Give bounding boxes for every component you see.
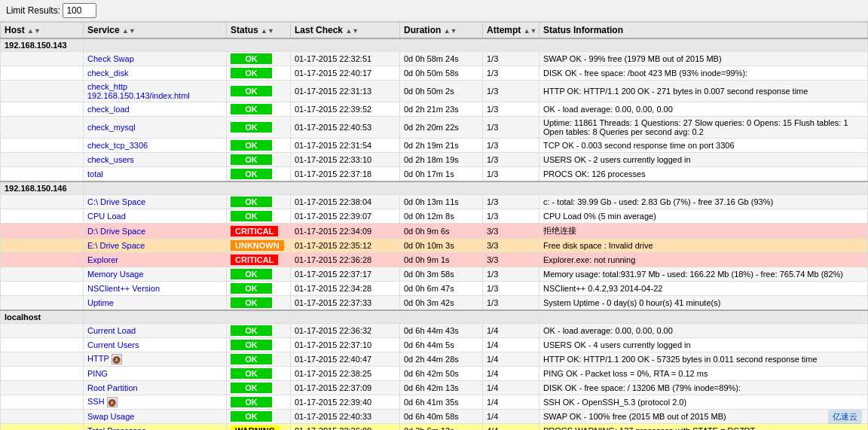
table-row: check_mysql OK 01-17-2015 22:40:53 0d 2h…: [1, 117, 868, 139]
attempt-cell: 1/3: [483, 267, 539, 282]
service-link[interactable]: Current Users: [87, 340, 139, 349]
lastcheck-cell: 01-17-2015 22:33:10: [291, 153, 400, 167]
service-link[interactable]: check_http192.168.150.143/index.html: [87, 82, 190, 100]
service-cell: Total Processes: [84, 424, 227, 430]
duration-cell: 0d 2h 20m 22s: [400, 117, 483, 139]
service-link[interactable]: SSH: [87, 397, 105, 406]
service-cell: Current Load: [84, 324, 227, 338]
col-header-duration[interactable]: Duration ▲▼: [400, 23, 483, 39]
host-cell: [1, 367, 84, 381]
status-badge: OK: [231, 211, 272, 221]
status-badge: OK: [231, 122, 272, 133]
sort-lastcheck-icon[interactable]: ▲▼: [345, 27, 359, 35]
table-row: check_load OK 01-17-2015 22:39:52 0d 2h …: [1, 102, 868, 117]
host-cell: [1, 410, 84, 424]
service-cell: Uptime: [84, 296, 227, 311]
duration-cell: 0d 0h 13m 11s: [400, 195, 483, 209]
service-link[interactable]: Current Load: [87, 326, 136, 335]
status-badge: CRITICAL: [231, 226, 278, 236]
service-link[interactable]: Memory Usage: [87, 270, 144, 279]
sort-service-icon[interactable]: ▲▼: [122, 27, 136, 35]
table-row: 192.168.150.146: [1, 181, 868, 195]
attempt-cell: 1/3: [483, 52, 539, 66]
service-link[interactable]: Check Swap: [87, 54, 134, 63]
service-cell: PING: [84, 367, 227, 381]
duration-cell: 0d 0h 50m 2s: [400, 81, 483, 102]
table-row: HTTP🔕 OK 01-17-2015 22:40:47 0d 2h 44m 2…: [1, 352, 868, 367]
col-header-attempt[interactable]: Attempt ▲▼: [483, 23, 539, 39]
status-cell: OK: [227, 395, 291, 410]
service-link[interactable]: E:\ Drive Space: [87, 241, 145, 250]
info-cell: OK - load average: 0.00, 0.00, 0.00: [539, 324, 868, 338]
sort-attempt-icon[interactable]: ▲▼: [524, 27, 537, 35]
sort-duration-icon[interactable]: ▲▼: [444, 27, 457, 35]
service-cell: D:\ Drive Space: [84, 224, 227, 239]
info-cell: 拒绝连接: [539, 224, 868, 239]
lastcheck-cell: 01-17-2015 22:39:40: [291, 395, 400, 410]
service-link[interactable]: check_tcp_3306: [87, 141, 148, 150]
service-link[interactable]: Explorer: [87, 255, 118, 264]
service-link[interactable]: Total Processes: [87, 426, 146, 430]
host-cell: [1, 52, 84, 66]
service-link[interactable]: check_mysql: [87, 123, 136, 132]
info-cell: SWAP OK - 100% free (2015 MB out of 2015…: [539, 410, 868, 424]
status-badge: OK: [231, 86, 272, 96]
attempt-cell: 1/3: [483, 195, 539, 209]
attempt-cell: 1/4: [483, 324, 539, 338]
col-header-host[interactable]: Host ▲▼: [1, 23, 84, 39]
sort-status-icon[interactable]: ▲▼: [261, 27, 274, 35]
duration-cell: 0d 0h 50m 58s: [400, 66, 483, 81]
service-cell: Memory Usage: [84, 267, 227, 282]
service-link[interactable]: NSClient++ Version: [87, 284, 160, 293]
duration-cell: 0d 0h 9m 1s: [400, 253, 483, 267]
col-header-lastcheck[interactable]: Last Check ▲▼: [291, 23, 400, 39]
sort-host-icon[interactable]: ▲▼: [27, 27, 41, 35]
col-header-status[interactable]: Status ▲▼: [227, 23, 291, 39]
attempt-cell: 3/3: [483, 253, 539, 267]
col-header-service[interactable]: Service ▲▼: [84, 23, 227, 39]
service-link[interactable]: C:\ Drive Space: [87, 197, 145, 206]
lastcheck-cell: 01-17-2015 22:40:17: [291, 66, 400, 81]
lastcheck-cell: 01-17-2015 22:37:18: [291, 167, 400, 182]
info-cell: USERS OK - 2 users currently logged in: [539, 153, 868, 167]
service-cell: HTTP🔕: [84, 352, 227, 367]
status-cell: OK: [227, 296, 291, 311]
lastcheck-cell: 01-17-2015 22:36:28: [291, 253, 400, 267]
table-header: Host ▲▼ Service ▲▼ Status ▲▼ Last Check …: [1, 23, 868, 39]
service-cell: check_load: [84, 102, 227, 117]
status-cell: OK: [227, 52, 291, 66]
service-link[interactable]: HTTP: [87, 354, 109, 363]
service-link[interactable]: total: [87, 169, 103, 178]
service-link[interactable]: check_load: [87, 105, 130, 114]
duration-cell: 0d 6h 42m 50s: [400, 367, 483, 381]
host-cell: [1, 224, 84, 239]
service-cell: Explorer: [84, 253, 227, 267]
attempt-cell: 3/3: [483, 224, 539, 239]
service-link[interactable]: Uptime: [87, 298, 114, 307]
service-cell: check_tcp_3306: [84, 139, 227, 153]
service-cell: check_users: [84, 153, 227, 167]
host-cell: [1, 296, 84, 311]
info-cell: HTTP OK: HTTP/1.1 200 OK - 57325 bytes i…: [539, 352, 868, 367]
attempt-cell: 3/3: [483, 239, 539, 253]
limit-input[interactable]: [63, 3, 96, 18]
table-row: Current Users OK 01-17-2015 22:37:10 0d …: [1, 338, 868, 352]
service-link[interactable]: D:\ Drive Space: [87, 227, 145, 236]
service-cell: Check Swap: [84, 52, 227, 66]
info-cell: DISK OK - free space: /boot 423 MB (93% …: [539, 66, 868, 81]
service-link[interactable]: check_users: [87, 155, 134, 164]
info-cell: PROCS OK: 126 processes: [539, 167, 868, 182]
service-link[interactable]: Root Partition: [87, 383, 138, 392]
duration-cell: 0d 3h 6m 12s: [400, 424, 483, 430]
attempt-cell: 4/4: [483, 424, 539, 430]
service-link[interactable]: CPU Load: [87, 212, 126, 221]
service-link[interactable]: Swap Usage: [87, 412, 134, 421]
status-badge: UNKNOWN: [231, 240, 284, 251]
service-link[interactable]: PING: [87, 369, 108, 378]
info-cell: Memory usage: total:931.97 Mb - used: 16…: [539, 267, 868, 282]
info-cell: PROCS WARNING: 127 processes with STATE …: [539, 424, 868, 430]
service-link[interactable]: check_disk: [87, 69, 128, 78]
duration-cell: 0d 2h 21m 23s: [400, 102, 483, 117]
status-badge: OK: [231, 53, 272, 64]
lastcheck-cell: 01-17-2015 22:36:32: [291, 324, 400, 338]
